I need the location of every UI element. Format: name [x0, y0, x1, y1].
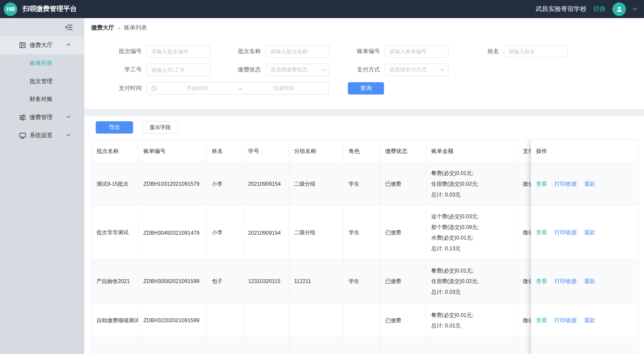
chevron-up-icon: [66, 43, 71, 46]
cell-role: [344, 303, 380, 338]
col-group: 分组名称: [289, 140, 344, 162]
chevron-down-icon: [66, 134, 71, 136]
col-role: 角色: [344, 140, 380, 162]
student-no-input[interactable]: [147, 64, 210, 76]
pay-status-label: 缴费状态: [210, 66, 261, 74]
batch-name-input[interactable]: [266, 45, 329, 58]
refund-link[interactable]: 退款: [584, 180, 595, 188]
refund-link[interactable]: 退款: [584, 277, 595, 285]
cell-bill-no: ZDBH32602021091599: [138, 338, 207, 354]
clock-icon: [151, 85, 157, 91]
sliders-icon: [19, 114, 26, 121]
view-link[interactable]: 查看: [536, 277, 547, 285]
student-no-label: 学工号: [91, 66, 142, 74]
print-receipt-link[interactable]: 打印收据: [554, 229, 577, 236]
cell-name: [207, 303, 243, 338]
breadcrumb-current: 账单列表: [124, 24, 147, 32]
col-status: 缴费状态: [380, 140, 426, 162]
app-title: 扫呗缴费管理平台: [23, 5, 77, 14]
sidebar-item-bill-list[interactable]: 账单列表: [0, 54, 84, 72]
row-operations: 查看 打印收据 退款: [531, 338, 638, 354]
sidebar-item-finance-reconciliation[interactable]: 财务对账: [0, 91, 84, 109]
sidebar-item-label: 系统设置: [30, 132, 52, 139]
sidebar-item-payment-hall[interactable]: 缴费大厅: [0, 36, 84, 54]
person-icon: [616, 5, 623, 13]
app-logo: 扫呗: [4, 2, 17, 16]
pay-status-select[interactable]: 请选择缴费状态: [266, 64, 329, 76]
sidebar-item-label: 缴费管理: [30, 114, 52, 121]
name-input[interactable]: [504, 45, 568, 58]
chevron-down-icon: [66, 115, 71, 118]
cell-status: 已缴费: [380, 206, 426, 260]
print-receipt-link[interactable]: 打印收据: [554, 180, 577, 188]
cell-student-no: 20210909154: [243, 338, 289, 354]
cell-role: 学生: [344, 338, 380, 354]
cell-group: [289, 303, 344, 338]
col-batch-name: 批次名称: [92, 140, 138, 162]
pay-time-range-input[interactable]: 开始时间 – 结束时间: [147, 82, 329, 95]
table-row: 批次导导测试 ZDBH30492021091479 小李 20210909154…: [92, 206, 567, 260]
row-operations: 查看 打印收据 退款: [531, 260, 638, 303]
col-operations: 操作: [531, 140, 638, 162]
cell-batch-name: 批次导导测试: [92, 206, 138, 260]
bill-table: 批次名称 账单编号 姓名 学号 分组名称 角色 缴费状态 账单金额 支付方式: [91, 140, 639, 354]
school-name: 武昌实验寄宿学校: [536, 5, 586, 14]
cell-bill-no: ZDBH32202021091599: [138, 303, 207, 338]
filter-panel: 缴费大厅 » 账单列表 批次编号 批次名称 账单编号 姓名: [84, 18, 644, 109]
show-fields-button[interactable]: 显示字段: [142, 121, 178, 134]
cell-status: 已缴费: [380, 260, 426, 303]
batch-no-label: 批次编号: [91, 48, 142, 55]
breadcrumb-separator: »: [118, 25, 120, 31]
cell-group: 二级分组: [289, 162, 344, 206]
breadcrumb: 缴费大厅 » 账单列表: [91, 24, 637, 32]
export-button[interactable]: 导出: [96, 121, 133, 134]
cell-name: 小李: [207, 338, 243, 354]
cell-name: 小李: [207, 206, 243, 260]
print-receipt-link[interactable]: 打印收据: [554, 277, 577, 285]
col-amount: 账单金额: [426, 140, 518, 162]
batch-no-input[interactable]: [147, 45, 210, 58]
cell-student-no: 20210909154: [243, 206, 289, 260]
refund-link[interactable]: 退款: [584, 317, 595, 324]
app-logo-text: 扫呗: [6, 6, 15, 12]
print-receipt-link[interactable]: 打印收据: [554, 317, 577, 324]
switch-school-link[interactable]: 切换: [593, 5, 606, 14]
sidebar-item-system-settings[interactable]: 系统设置: [0, 127, 84, 145]
pay-method-select[interactable]: 请选择支付方式: [385, 64, 448, 76]
bill-no-input[interactable]: [385, 45, 448, 58]
cell-amount: 餐费(必交)0.08元;: [426, 338, 518, 354]
sidebar-fold-icon[interactable]: [65, 24, 73, 30]
sidebar-top: [0, 18, 84, 36]
cell-bill-no: ZDBH30582021091599: [138, 260, 207, 303]
range-separator: –: [237, 85, 244, 91]
cell-status: 已缴费: [380, 338, 426, 354]
sidebar-item-batch-management[interactable]: 批次管理: [0, 72, 84, 91]
cell-batch-name: 自助缴费喵喵测试: [92, 303, 138, 338]
cell-role: 学生: [344, 162, 380, 206]
row-operations: 查看 打印收据 退款: [531, 303, 638, 338]
col-student-no: 学号: [243, 140, 289, 162]
cell-student-no: 12310320115: [243, 260, 289, 303]
user-avatar[interactable]: [612, 2, 626, 16]
view-link[interactable]: 查看: [536, 317, 547, 324]
pay-time-label: 支付时间: [91, 85, 142, 92]
cell-amount: 餐费(必交)0.01元; 总计: 0.01元: [426, 303, 518, 338]
col-bill-no: 账单编号: [138, 140, 207, 162]
sidebar-item-label: 缴费大厅: [30, 42, 52, 49]
sidebar-item-label: 账单列表: [30, 60, 52, 67]
table-toolbar: 导出 显示字段: [96, 121, 639, 134]
refund-link[interactable]: 退款: [584, 229, 595, 236]
payment-hall-icon: [19, 42, 26, 49]
table-row: 产品验收2021 ZDBH30582021091599 包子 123103201…: [92, 260, 567, 303]
chevron-down-icon[interactable]: [632, 7, 638, 11]
view-link[interactable]: 查看: [536, 229, 547, 236]
sidebar-item-label: 财务对账: [30, 96, 52, 103]
table-header-row: 批次名称 账单编号 姓名 学号 分组名称 角色 缴费状态 账单金额 支付方式: [92, 140, 567, 162]
cell-status: 已缴费: [380, 303, 426, 338]
cell-batch-name: 喵喵测试: [92, 338, 138, 354]
view-link[interactable]: 查看: [536, 180, 547, 188]
search-button[interactable]: 查询: [348, 82, 384, 95]
cell-group: 二级分组: [289, 206, 344, 260]
sidebar-item-payment-management[interactable]: 缴费管理: [0, 109, 84, 127]
cell-student-no: [243, 303, 289, 338]
